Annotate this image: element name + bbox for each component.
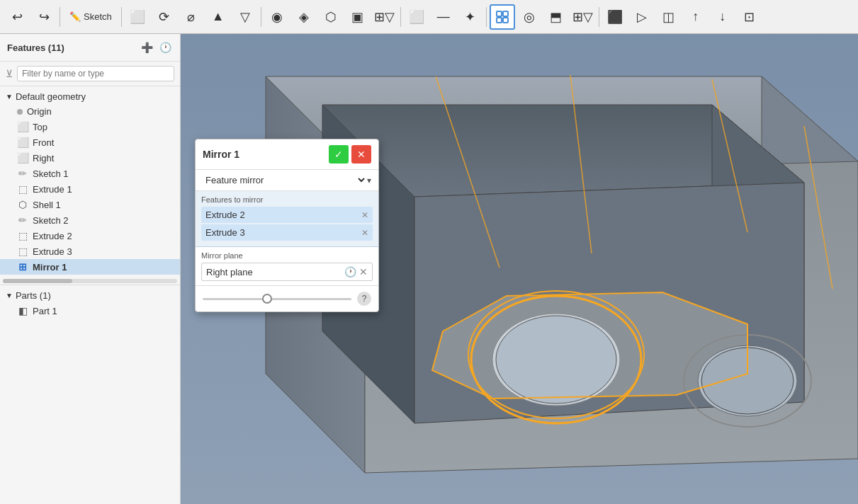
divider-3 bbox=[261, 7, 261, 27]
sketch2-label: Sketch 2 bbox=[33, 215, 69, 226]
tool-chamfer[interactable]: ◈ bbox=[291, 4, 317, 30]
sidebar-item-extrude3[interactable]: ⬚ Extrude 3 bbox=[0, 244, 180, 259]
parts-chevron-icon: ▼ bbox=[6, 292, 13, 299]
add-feature-button[interactable]: ➕ bbox=[139, 40, 154, 55]
shell-icon: ⬡ bbox=[17, 199, 28, 210]
help-button[interactable]: ? bbox=[357, 292, 371, 306]
svg-rect-1 bbox=[503, 11, 508, 16]
sidebar-header: Features (11) ➕ 🕐 bbox=[0, 34, 180, 62]
sidebar-item-origin[interactable]: Origin bbox=[0, 104, 180, 119]
mirror1-label: Mirror 1 bbox=[33, 262, 67, 273]
plane-actions: 🕐 ✕ bbox=[344, 266, 368, 277]
sidebar-item-sketch1[interactable]: ✏ Sketch 1 bbox=[0, 166, 180, 181]
features-label: Features to mirror bbox=[201, 195, 373, 204]
tool-render[interactable]: ◫ bbox=[656, 4, 682, 30]
slider-container bbox=[203, 298, 351, 300]
dropdown-arrow-icon: ▾ bbox=[367, 176, 371, 185]
sidebar-item-front[interactable]: ⬜ Front bbox=[0, 134, 180, 150]
slider-track bbox=[203, 298, 351, 300]
chevron-down-icon: ▼ bbox=[6, 93, 13, 101]
default-geometry-header[interactable]: ▼ Default geometry bbox=[0, 89, 180, 104]
sketch-label: Sketch bbox=[84, 11, 112, 22]
tool-more[interactable]: ▽ bbox=[232, 4, 258, 30]
top-label: Top bbox=[33, 122, 47, 132]
dialog-confirm-button[interactable]: ✓ bbox=[329, 145, 349, 164]
plane-history-button[interactable]: 🕐 bbox=[344, 266, 356, 277]
extrude1-label: Extrude 1 bbox=[33, 184, 72, 195]
tool-import[interactable]: ↓ bbox=[710, 4, 735, 30]
tool-sweep[interactable]: ⌀ bbox=[179, 4, 204, 30]
tool-new[interactable]: ⬜ bbox=[125, 4, 150, 30]
tool-revolve[interactable]: ⟳ bbox=[152, 4, 177, 30]
dialog-title: Mirror 1 bbox=[203, 149, 239, 160]
sidebar-item-shell1[interactable]: ⬡ Shell 1 bbox=[0, 197, 180, 212]
sidebar-item-extrude1[interactable]: ⬚ Extrude 1 bbox=[0, 181, 180, 197]
remove-extrude2-button[interactable]: ✕ bbox=[361, 210, 368, 220]
sidebar-item-mirror1[interactable]: ⊞ Mirror 1 bbox=[0, 259, 180, 275]
plane-remove-button[interactable]: ✕ bbox=[359, 266, 368, 277]
tool-more2[interactable]: ⊞▽ bbox=[570, 4, 596, 30]
shell1-label: Shell 1 bbox=[33, 200, 61, 210]
tool-section[interactable]: ⬒ bbox=[543, 4, 569, 30]
dialog-type-row: Feature mirror Body mirror ▾ bbox=[196, 170, 378, 191]
sidebar-item-sketch2[interactable]: ✏ Sketch 2 bbox=[0, 212, 180, 228]
tool-shell[interactable]: ⬡ bbox=[318, 4, 344, 30]
history-button[interactable]: 🕐 bbox=[157, 40, 173, 55]
sidebar-item-extrude2[interactable]: ⬚ Extrude 2 bbox=[0, 228, 180, 244]
filter-icon: ⊻ bbox=[6, 68, 13, 79]
tool-view[interactable]: ◎ bbox=[517, 4, 542, 30]
extrude2-icon: ⬚ bbox=[17, 230, 28, 241]
tool-export[interactable]: ↑ bbox=[683, 4, 709, 30]
default-geometry-section: ▼ Default geometry Origin ⬜ Top ⬜ Front … bbox=[0, 86, 180, 277]
extrude3-icon: ⬚ bbox=[17, 246, 28, 257]
viewport[interactable]: Mirror 1 ✓ ✕ Feature mirror Body mirror … bbox=[181, 34, 858, 504]
filter-area: ⊻ bbox=[0, 62, 180, 86]
tool-fillet[interactable]: ◉ bbox=[264, 4, 290, 30]
front-label: Front bbox=[33, 137, 54, 148]
sidebar-header-icons: ➕ 🕐 bbox=[139, 40, 173, 55]
tool-simulate[interactable]: ▷ bbox=[629, 4, 655, 30]
tool-mirror-drop[interactable]: ⊞▽ bbox=[372, 4, 397, 30]
sidebar-item-part1[interactable]: ◧ Part 1 bbox=[0, 303, 180, 319]
sidebar-item-right[interactable]: ⬜ Right bbox=[0, 150, 180, 166]
plane-icon: ⬜ bbox=[17, 121, 28, 132]
parts-header[interactable]: ▼ Parts (1) bbox=[0, 288, 180, 303]
sidebar-item-top[interactable]: ⬜ Top bbox=[0, 119, 180, 134]
dialog-type-select[interactable]: Feature mirror Body mirror bbox=[203, 174, 367, 186]
tool-stop[interactable]: ⬛ bbox=[602, 4, 628, 30]
dialog-cancel-button[interactable]: ✕ bbox=[351, 145, 371, 164]
sketch-button[interactable]: ✏️ Sketch bbox=[63, 8, 118, 25]
origin-label: Origin bbox=[27, 106, 52, 117]
plane-icon-front: ⬜ bbox=[17, 137, 28, 148]
slider-thumb[interactable] bbox=[262, 294, 272, 304]
part-icon: ◧ bbox=[17, 305, 28, 316]
sidebar-scrollbar[interactable] bbox=[3, 279, 177, 283]
divider-4 bbox=[400, 7, 401, 27]
feature-item-extrude3: Extrude 3 ✕ bbox=[201, 224, 373, 241]
remove-extrude3-button[interactable]: ✕ bbox=[361, 228, 368, 238]
parts-section: ▼ Parts (1) ◧ Part 1 bbox=[0, 285, 180, 321]
svg-rect-3 bbox=[503, 18, 508, 23]
extrude3-label: Extrude 3 bbox=[33, 246, 72, 257]
svg-rect-2 bbox=[497, 18, 502, 23]
undo-button[interactable]: ↩ bbox=[4, 4, 30, 30]
svg-point-16 bbox=[496, 316, 616, 403]
mirror-plane-label: Mirror plane bbox=[201, 251, 373, 260]
redo-button[interactable]: ↪ bbox=[31, 4, 57, 30]
sketch2-icon: ✏ bbox=[17, 214, 28, 226]
tool-loft[interactable]: ▲ bbox=[205, 4, 231, 30]
dialog-action-buttons: ✓ ✕ bbox=[329, 145, 371, 164]
tool-axis[interactable]: — bbox=[431, 4, 456, 30]
divider-2 bbox=[121, 7, 122, 27]
tool-point[interactable]: ✦ bbox=[458, 4, 483, 30]
sidebar-title: Features (11) bbox=[7, 42, 64, 53]
part1-label: Part 1 bbox=[33, 306, 57, 316]
tool-assembly[interactable] bbox=[490, 4, 515, 30]
tool-draft[interactable]: ▣ bbox=[345, 4, 371, 30]
dialog-footer: ? bbox=[196, 286, 378, 311]
filter-input[interactable] bbox=[17, 66, 174, 81]
tool-end[interactable]: ⊡ bbox=[737, 4, 762, 30]
tool-plane[interactable]: ⬜ bbox=[404, 4, 429, 30]
mirror-dialog: Mirror 1 ✓ ✕ Feature mirror Body mirror … bbox=[195, 139, 379, 312]
divider-1 bbox=[60, 7, 60, 27]
